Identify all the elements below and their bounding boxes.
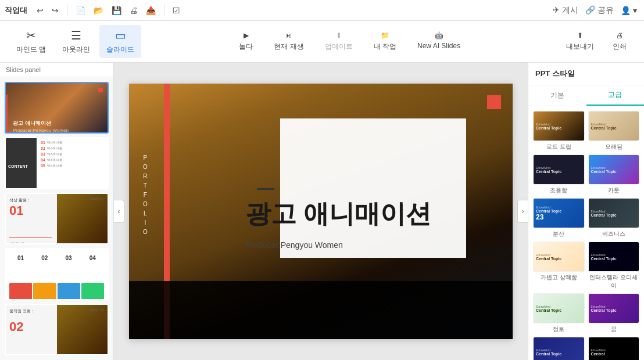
style-item-inter[interactable]: EdrawMind Central Topic 인터스텔라 오디세이: [588, 242, 640, 290]
slide-1-accent-bar: [6, 95, 8, 134]
portfolio-t: T: [144, 181, 148, 190]
slide-2-item-1: 01텍스트 내용: [41, 141, 105, 145]
export-action-label: 내보내기: [566, 42, 594, 52]
style-item-sobriety[interactable]: EdrawMind Central Topic 조용함: [533, 154, 585, 195]
slides-panel: Slides panel 광고 애니매이션 Producer:Pengyou W…: [0, 63, 114, 360]
style-item-cartoon[interactable]: EdrawMind Central Topic 카툰: [588, 154, 640, 195]
slide-thumb-3[interactable]: 색상 활용 : 01 PART 01 설명 텍스트: [5, 193, 109, 244]
slide-2-content-label: CONTENT: [8, 164, 34, 168]
divider2: [164, 5, 164, 16]
print-button[interactable]: 🖨: [127, 5, 140, 16]
style-thumb-inter: EdrawMind Central Topic: [588, 242, 640, 272]
style-thumb-light-label: EdrawMind Central Topic: [534, 242, 584, 271]
check-button[interactable]: ☑: [170, 5, 183, 16]
slide-5-bg: 움직임 표현 : 02 PART 02: [6, 305, 108, 355]
style-title-road: Central Topic: [536, 126, 561, 130]
style-thumb-clay-label: EdrawMind Central Topic: [534, 294, 584, 323]
style-item-dream[interactable]: EdrawMind Central Topic 꿈: [588, 293, 640, 333]
style-item-more2[interactable]: EdrawMind Central: [588, 337, 640, 360]
style-thumb-clay: EdrawMind Central Topic: [533, 293, 585, 323]
style-item-scatter[interactable]: EdrawMind Central Topic 23 분산: [533, 198, 585, 238]
portfolio-f: F: [144, 190, 148, 200]
style-thumb-business: EdrawMind Central Topic: [588, 198, 640, 228]
style-thumb-sobriety: EdrawMind Central Topic: [533, 154, 585, 185]
slide-3-bg: 색상 활용 : 01 PART 01 설명 텍스트: [6, 194, 108, 244]
present-icon: ⏯: [285, 31, 292, 39]
style-grid: EdrawMind Central Topic 로드 트립 EdrawMind …: [528, 106, 644, 360]
style-title-cartoon: Central Topic: [591, 170, 617, 174]
slide-4-nums: 01 02 03 04: [9, 255, 104, 261]
slide-thumb-2[interactable]: CONTENT 01텍스트 내용 02텍스트 내용 03텍스트 내용 04텍스트…: [5, 137, 109, 189]
play-button[interactable]: ▶ 놀다: [231, 28, 261, 55]
outline-mode-button[interactable]: ☰ 아웃라인: [55, 25, 97, 58]
style-tab-advanced[interactable]: 고급: [586, 85, 645, 106]
style-title-business: Central Topic: [591, 213, 617, 217]
ai-slides-button[interactable]: 🤖 New AI Slides: [409, 28, 468, 55]
present-button[interactable]: ⏯ 현재 재생: [266, 28, 312, 55]
style-item-business[interactable]: EdrawMind Central Topic 비즈니스: [588, 198, 640, 238]
mindmap-icon: ✂: [26, 28, 36, 42]
style-label-light: 가볍고 상쾌함: [533, 273, 585, 282]
slide-mode-button[interactable]: ▭ 슬라이드: [99, 25, 141, 58]
app-title: 작업대: [5, 5, 27, 16]
slide-2-right: 01텍스트 내용 02텍스트 내용 03텍스트 내용 04텍스트 내용 05텍스…: [38, 138, 108, 189]
style-tab-basic[interactable]: 기본: [528, 85, 586, 106]
mindmap-mode-button[interactable]: ✂ 마인드 맵: [9, 25, 53, 58]
collapse-panel-button[interactable]: ‹: [114, 200, 124, 223]
slide-label: 슬라이드: [106, 45, 134, 55]
style-item-clay[interactable]: EdrawMind Central Topic 점토: [533, 293, 585, 333]
style-item-road[interactable]: EdrawMind Central Topic 로드 트립: [533, 111, 585, 151]
user-button[interactable]: 👤 ▾: [618, 5, 639, 16]
save-button[interactable]: 💾: [109, 5, 124, 16]
expand-style-button[interactable]: ›: [517, 200, 528, 223]
ai-label: New AI Slides: [417, 42, 460, 50]
slide-thumb-5[interactable]: 움직임 표현 : 02 PART 02: [5, 304, 109, 355]
style-thumb-more2-label: EdrawMind Central: [589, 337, 639, 360]
slide-2-bg: CONTENT 01텍스트 내용 02텍스트 내용 03텍스트 내용 04텍스트…: [6, 138, 108, 189]
undo-button[interactable]: ↩: [34, 5, 46, 16]
style-thumb-orem-label: EdrawMind Central Topic: [589, 111, 639, 141]
slide-thumb-1[interactable]: 광고 애니매이션 Producer:Pengyou Women: [5, 82, 109, 134]
style-label-clay: 점토: [533, 325, 585, 333]
main-toolbar: ✂ 마인드 맵 ☰ 아웃라인 ▭ 슬라이드 ▶ 놀다 ⏯ 현재 재생 ⬆ 업데이…: [0, 21, 644, 63]
mywork-button[interactable]: 📁 내 작업: [366, 28, 405, 55]
style-title-light: Central Topic: [536, 257, 561, 261]
slide-thumb-4[interactable]: 01 02 03 04: [5, 248, 109, 300]
update-label: 업데이트: [325, 42, 353, 52]
new-file-button[interactable]: 📄: [73, 5, 88, 16]
style-item-orem[interactable]: EdrawMind Central Topic 오래됨: [588, 111, 640, 151]
slide-2-item-5: 05텍스트 내용: [41, 164, 105, 168]
style-label-inter: 인터스텔라 오디세이: [588, 273, 640, 290]
open-button[interactable]: 📂: [91, 5, 106, 16]
share-button[interactable]: 🔗 공유: [583, 4, 616, 17]
mode-group: ✂ 마인드 맵 ☰ 아웃라인 ▭ 슬라이드: [9, 25, 141, 58]
redo-button[interactable]: ↪: [49, 5, 61, 16]
send-button[interactable]: ✈ 게시: [550, 4, 581, 17]
print-action-button[interactable]: 🖨 인쇄: [604, 28, 635, 55]
toolbar-center: ▶ 놀다 ⏯ 현재 재생 ⬆ 업데이트 📁 내 작업 🤖 New AI Slid…: [141, 28, 558, 55]
style-thumb-inter-label: EdrawMind Central Topic: [589, 242, 639, 271]
slide-3-text: 설명 텍스트: [9, 242, 52, 244]
style-item-light[interactable]: EdrawMind Central Topic 가볍고 상쾌함: [533, 242, 585, 290]
slide-3-line: [9, 237, 52, 238]
slide-icon: ▭: [115, 28, 126, 42]
export-button[interactable]: 📤: [144, 5, 158, 16]
slide-2-left: CONTENT: [6, 138, 37, 189]
slide-4-bg: 01 02 03 04: [6, 249, 108, 300]
mywork-label: 내 작업: [374, 42, 396, 52]
style-label-scatter: 분산: [533, 230, 585, 238]
slide-dark-bottom-bar: [129, 281, 513, 339]
export-action-button[interactable]: ⬆ 내보내기: [558, 28, 602, 55]
style-title-orem: Central Topic: [591, 126, 617, 130]
style-label-business: 비즈니스: [588, 230, 640, 238]
slide-5-big: 02: [9, 319, 23, 334]
style-panel-header: PPT 스타일: [528, 63, 644, 85]
toolbar-right: ⬆ 내보내기 🖨 인쇄: [558, 28, 635, 55]
style-thumb-cartoon: EdrawMind Central Topic: [588, 154, 640, 185]
style-label-cartoon: 카툰: [588, 186, 640, 195]
style-thumb-road-label: EdrawMind Central Topic: [534, 111, 584, 141]
slide-5-image: [57, 305, 108, 355]
update-button[interactable]: ⬆ 업데이트: [317, 28, 361, 55]
style-item-more1[interactable]: EdrawMind Central Topic: [533, 337, 585, 360]
slide-3-label: 색상 활용 :: [9, 197, 29, 203]
